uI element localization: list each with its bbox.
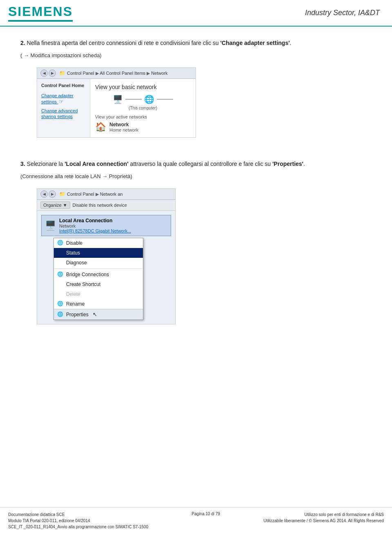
ctx-disable[interactable]: 🌐 Disable [54,238,143,248]
footer-center: Pagina 10 di 79 [192,512,220,516]
step2-text-before: Nella finestra aperta del centro conness… [27,40,220,46]
active-networks-label: View your active networks [95,114,191,119]
screenshot2-nav-buttons: ◀ ▶ [40,190,56,198]
step3-bold2: 'Properties' [272,161,303,167]
step3-number: 3. [20,161,25,167]
connection-details: Local Area Connection Network Intel(R) 8… [59,218,167,233]
screenshot1-box: ◀ ▶ 📁 Control Panel ▶ All Control Panel … [37,67,196,138]
network-icons-row: 🖥️ 🌐 [113,94,173,104]
ctx-status[interactable]: Status [54,248,143,258]
ctx-rename-icon: 🌐 [57,301,64,307]
forward-button[interactable]: ▶ [49,69,56,77]
page-header: SIEMENS Industry Sector, IA&DT [0,0,392,27]
house-icon: 🏠 [95,122,106,132]
active-net-row: 🏠 Network Home network [95,122,191,132]
step3-bold1: 'Local Area connection' [65,161,128,167]
footer-left: Documentazione didattica SCE Modulo TIA … [8,512,148,530]
header-title: Industry Sector, IA&DT [305,9,380,17]
network-line2 [157,99,173,100]
connection-name: Local Area Connection [59,218,167,223]
change-sharing-link[interactable]: Change advanced sharing settings [41,108,86,120]
screenshot1-main: View your basic network 🖥️ 🌐 (This compu… [90,79,196,137]
organize-button[interactable]: Organize ▼ [40,201,70,209]
screenshot2-back-button[interactable]: ◀ [40,190,48,198]
step3-text1: Selezionare la [27,161,65,167]
step3-text2: attraverso la quale collegarsi al contro… [129,161,273,167]
folder-icon: 📁 [59,70,65,76]
footer-left-line3: SCE_IT _020-011_R1404_Avvio alla program… [8,524,148,530]
footer-left-line2: Modulo TIA Portal 020-011, edizione 04/2… [8,518,148,524]
connection-type: Network [59,223,167,228]
context-menu: 🌐 Disable Status Diagnose 🌐 Bridge Conne… [53,238,143,320]
breadcrumb-net: Network [151,71,167,76]
ctx-bridge[interactable]: 🌐 Bridge Connections [54,270,143,279]
connection-icon: 🖥️ [45,220,56,231]
footer-right-line2: Utilizzabile liberamente / © Siemens AG … [263,518,384,524]
ctx-properties[interactable]: 🌐 Properties ↖ [54,309,143,320]
breadcrumb2-net: Network an [100,192,123,197]
step3-text3: . [303,161,305,167]
breadcrumb-acpi: All Control Panel Items [100,71,145,76]
computer-icon: 🖥️ [113,94,123,104]
screenshot2-toolbar: Organize ▼ Disable this network device [37,200,175,211]
step2-bold: 'Change adapter settings' [220,40,290,46]
breadcrumb-cp: Control Panel [67,71,94,76]
screenshot2-breadcrumb: Control Panel ▶ Network an [67,192,122,197]
connection-adapter: Intel(R) 82578DC Gigabit Network... [59,228,167,233]
ctx-shortcut[interactable]: Create Shortcut [54,279,143,289]
connections-list: 🖥️ Local Area Connection Network Intel(R… [37,211,175,324]
screenshot2-folder-icon: 📁 [59,191,65,197]
main-content: 2. Nella finestra aperta del centro conn… [0,27,392,359]
cursor-arrow-icon: ↖ [93,311,97,317]
footer-left-line1: Documentazione didattica SCE [8,512,148,518]
screenshot2-forward-button[interactable]: ▶ [49,190,56,198]
network-name: Network [109,122,138,127]
screenshot1-content: Control Panel Home Change adapter settin… [37,79,196,137]
step2-text: 2. Nella finestra aperta del centro conn… [20,39,372,47]
ctx-bridge-icon: 🌐 [57,271,64,278]
change-adapter-link[interactable]: Change adapter settings ☞ [41,93,86,105]
siemens-logo: SIEMENS [8,4,73,22]
network-visual: 🖥️ 🌐 (This computer) [95,94,191,110]
breadcrumb2-cp: Control Panel [67,192,94,197]
screenshot1-breadcrumb: Control Panel ▶ All Control Panel Items … [67,71,168,76]
ctx-disable-icon: 🌐 [57,240,64,246]
network-icon: 🌐 [144,94,154,104]
step3-text: 3. Selezionare la 'Local Area connection… [20,160,372,168]
step-3-section: 3. Selezionare la 'Local Area connection… [20,160,372,334]
nav-buttons: ◀ ▶ [40,69,56,77]
ctx-divider1 [54,268,143,269]
step-2-section: 2. Nella finestra aperta del centro conn… [20,39,372,147]
ctx-diagnose[interactable]: Diagnose [54,258,143,268]
step2-number: 2. [20,40,25,46]
screenshot1-address-bar: ◀ ▶ 📁 Control Panel ▶ All Control Panel … [37,68,196,79]
network-view-title: View your basic network [95,84,191,90]
siemens-logo-bar [8,20,73,22]
computer-label: (This computer) [129,106,157,110]
cursor-hand-icon: ☞ [59,98,64,105]
network-details: Network Home network [109,122,138,132]
sidebar-home-label: Control Panel Home [41,83,86,88]
footer-right: Utilizzo solo per enti di formazione e d… [263,512,384,524]
local-area-connection-item[interactable]: 🖥️ Local Area Connection Network Intel(R… [41,215,171,236]
back-button[interactable]: ◀ [40,69,48,77]
step2-text-after: . [290,40,292,46]
footer-right-line1: Utilizzo solo per enti di formazione e d… [263,512,384,518]
siemens-logo-text: SIEMENS [8,4,73,19]
step2-subtext: ( → Modifica impostazioni scheda) [20,52,372,58]
screenshot2-box: ◀ ▶ 📁 Control Panel ▶ Network an Organiz… [37,188,176,324]
network-type: Home network [109,127,138,132]
ctx-rename[interactable]: 🌐 Rename [54,299,143,309]
disable-network-button[interactable]: Disable this network device [73,203,127,208]
footer-page-number: Pagina 10 di 79 [192,512,220,516]
ctx-delete: Delete [54,289,143,299]
step3-subtext: (Connessione alla rete locale LAN → Prop… [20,173,372,179]
page-footer: Documentazione didattica SCE Modulo TIA … [0,507,392,534]
screenshot2-address-bar: ◀ ▶ 📁 Control Panel ▶ Network an [37,189,175,200]
ctx-properties-icon: 🌐 [57,311,64,318]
network-line1 [125,99,142,100]
screenshot1-sidebar: Control Panel Home Change adapter settin… [37,79,90,137]
